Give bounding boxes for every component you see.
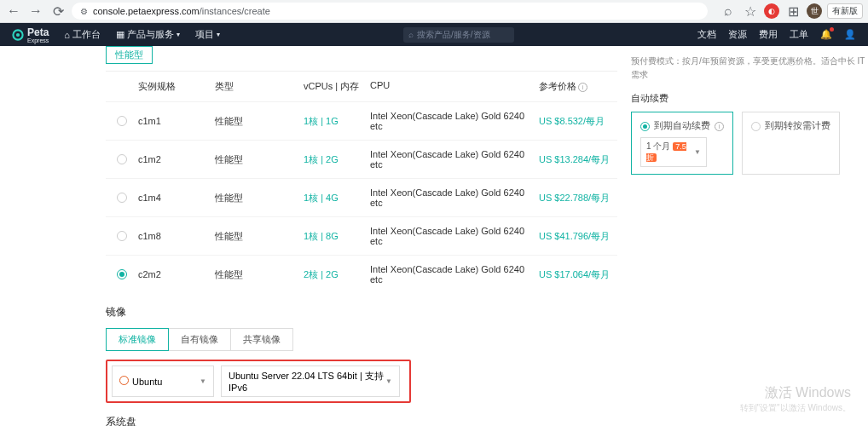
auto-renew-title: 自动续费	[631, 92, 868, 105]
radio-icon	[751, 122, 761, 131]
spec-type: 性能型	[215, 115, 304, 128]
chevron-down-icon: ▾	[176, 31, 180, 38]
ubuntu-icon	[119, 376, 129, 385]
spec-price: US $13.284/每月	[539, 153, 617, 166]
radio-icon[interactable]	[117, 269, 127, 279]
image-select-highlight: Ubuntu ▼ Ubuntu Server 22.04 LTS 64bit |…	[106, 360, 411, 403]
spec-id: c2m2	[138, 269, 215, 279]
spec-row[interactable]: c2m2 性能型 2核 | 2G Intel Xeon(Cascade Lake…	[106, 255, 617, 293]
url-bar[interactable]: ⚙ console.petaexpress.com/instances/crea…	[72, 3, 708, 20]
spec-processor: Intel Xeon(Cascade Lake) Gold 6240 etc	[370, 187, 539, 208]
spec-id: c1m2	[138, 154, 215, 164]
spec-cpu: 1核 | 2G	[304, 153, 370, 166]
app-topnav: PetaExpress ⌂工作台 ▦产品与服务 ▾ 项目 ▾ ⌕搜索产品/服务/…	[0, 23, 868, 46]
spec-price: US $17.064/每月	[539, 268, 617, 281]
renew-option-on[interactable]: 到期自动续费 i 1 个月7.5折 ▼	[631, 112, 733, 175]
grid-icon: ▦	[116, 29, 124, 40]
browser-toolbar: ← → ⟳ ⚙ console.petaexpress.com/instance…	[0, 0, 868, 23]
nav-resources[interactable]: 资源	[728, 28, 747, 41]
radio-icon[interactable]	[117, 231, 127, 241]
os-select[interactable]: Ubuntu ▼	[112, 366, 214, 397]
bookmark-icon[interactable]: ☆	[742, 3, 759, 20]
billing-mode-tip: 预付费模式：按月/年预留资源，享受更优惠价格。适合中长 IT需求	[631, 55, 868, 82]
image-tab-standard[interactable]: 标准镜像	[106, 328, 169, 351]
ext-icon-1[interactable]: ◐	[764, 3, 779, 19]
extensions-icon[interactable]: ⊞	[784, 3, 801, 20]
spec-row[interactable]: c1m1 性能型 1核 | 1G Intel Xeon(Cascade Lake…	[106, 101, 617, 140]
spec-id: c1m1	[138, 116, 215, 126]
radio-icon[interactable]	[117, 193, 127, 203]
url-host: console.petaexpress.com	[93, 6, 200, 16]
home-icon: ⌂	[64, 30, 70, 40]
image-section-title: 镜像	[106, 305, 622, 320]
spec-processor: Intel Xeon(Cascade Lake) Gold 6240 etc	[370, 149, 539, 170]
bell-icon[interactable]: 🔔	[820, 29, 832, 40]
spec-processor: Intel Xeon(Cascade Lake) Gold 6240 etc	[370, 111, 539, 131]
nav-workspace[interactable]: ⌂工作台	[64, 28, 101, 41]
image-tab-own[interactable]: 自有镜像	[169, 328, 231, 351]
site-info-icon[interactable]: ⚙	[80, 7, 88, 16]
spec-price: US $41.796/每月	[539, 230, 617, 243]
spec-id: c1m8	[138, 231, 215, 241]
nav-projects[interactable]: 项目 ▾	[195, 28, 220, 41]
spec-processor: Intel Xeon(Cascade Lake) Gold 6240 etc	[370, 264, 539, 285]
forward-icon[interactable]: →	[27, 3, 44, 20]
reload-icon[interactable]: ⟳	[49, 3, 67, 20]
spec-processor: Intel Xeon(Cascade Lake) Gold 6240 etc	[370, 226, 539, 246]
caret-down-icon: ▼	[385, 377, 392, 385]
update-badge[interactable]: 有新版	[827, 3, 863, 19]
image-tabs: 标准镜像 自有镜像 共享镜像	[106, 328, 622, 351]
spec-type: 性能型	[215, 230, 304, 243]
spec-row[interactable]: c1m4 性能型 1核 | 4G Intel Xeon(Cascade Lake…	[106, 178, 617, 216]
url-path: /instances/create	[200, 6, 270, 16]
chevron-down-icon: ▾	[217, 31, 220, 38]
radio-icon	[640, 122, 650, 131]
nav-products[interactable]: ▦产品与服务 ▾	[116, 28, 180, 41]
spec-cpu: 1核 | 1G	[304, 115, 370, 128]
logo-icon	[12, 29, 24, 41]
radio-icon[interactable]	[117, 116, 127, 126]
brand-logo[interactable]: PetaExpress	[12, 26, 49, 43]
caret-down-icon: ▼	[200, 377, 206, 385]
side-panel: 预付费模式：按月/年预留资源，享受更优惠价格。适合中长 IT需求 自动续费 到期…	[622, 46, 868, 426]
image-tab-shared[interactable]: 共享镜像	[231, 328, 293, 351]
spec-header: 实例规格 类型 vCPUs | 内存 CPU 参考价格i	[106, 72, 617, 101]
spec-cpu: 1核 | 8G	[304, 230, 370, 243]
windows-watermark: 激活 Windows 转到"设置"以激活 Windows。	[740, 384, 851, 414]
user-menu-icon[interactable]: 👤	[844, 29, 856, 40]
radio-icon[interactable]	[117, 154, 127, 164]
nav-docs[interactable]: 文档	[697, 28, 716, 41]
spec-id: c1m4	[138, 193, 215, 203]
spec-cpu: 1核 | 4G	[304, 192, 370, 204]
nav-billing[interactable]: 费用	[759, 28, 778, 41]
nav-search[interactable]: ⌕搜索产品/服务/资源	[403, 27, 514, 43]
info-icon[interactable]: i	[715, 122, 724, 131]
back-icon[interactable]: ←	[5, 3, 22, 20]
instance-type-tab[interactable]: 性能型	[106, 46, 153, 64]
spec-table: 实例规格 类型 vCPUs | 内存 CPU 参考价格i c1m1 性能型 1核…	[106, 71, 617, 293]
info-icon[interactable]: i	[578, 83, 587, 92]
spec-row[interactable]: c1m8 性能型 1核 | 8G Intel Xeon(Cascade Lake…	[106, 216, 617, 255]
spec-type: 性能型	[215, 268, 304, 281]
sysdisk-title: 系统盘	[106, 415, 622, 426]
profile-avatar[interactable]: 世	[807, 3, 822, 19]
spec-price: US $22.788/每月	[539, 192, 617, 204]
spec-cpu: 2核 | 2G	[304, 268, 370, 281]
caret-down-icon: ▼	[694, 148, 701, 156]
spec-type: 性能型	[215, 192, 304, 204]
spec-price: US $8.532/每月	[539, 115, 617, 128]
search-icon: ⌕	[408, 30, 414, 39]
renew-option-off[interactable]: 到期转按需计费	[742, 112, 840, 175]
spec-row[interactable]: c1m2 性能型 1核 | 2G Intel Xeon(Cascade Lake…	[106, 140, 617, 178]
os-version-select[interactable]: Ubuntu Server 22.04 LTS 64bit | 支持IPv6 ▼	[221, 366, 400, 397]
nav-tickets[interactable]: 工单	[790, 28, 808, 41]
svg-point-1	[16, 32, 20, 36]
renew-period-select[interactable]: 1 个月7.5折 ▼	[640, 137, 707, 167]
lens-icon[interactable]: ⌕	[720, 3, 737, 20]
spec-type: 性能型	[215, 153, 304, 166]
